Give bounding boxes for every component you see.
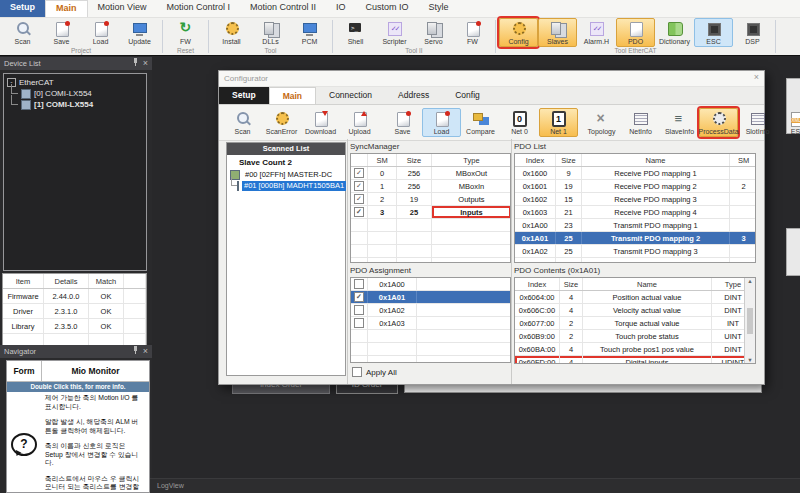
form-tab[interactable]: Form xyxy=(7,361,42,381)
dialog-save-button[interactable]: Save xyxy=(383,108,422,137)
pdo-assignment-row-5[interactable] xyxy=(351,343,510,356)
checkbox[interactable] xyxy=(354,207,364,217)
checkbox[interactable] xyxy=(354,194,364,204)
ribbon-tab-motion-control-ii[interactable]: Motion Control II xyxy=(240,0,326,17)
pdo-assignment-row-0[interactable]: 0x1A00 xyxy=(351,278,510,291)
dialog-tab-address[interactable]: Address xyxy=(385,87,442,104)
syncmanager-row-6[interactable] xyxy=(351,245,510,258)
ribbon-tab-style[interactable]: Style xyxy=(418,0,458,17)
syncmanager-row-5[interactable] xyxy=(351,232,510,245)
pdo-assignment-row-4[interactable] xyxy=(351,330,510,343)
pdo-list-row-2[interactable]: 0x160215Receive PDO mapping 3 xyxy=(515,193,755,206)
syncmanager-row-1[interactable]: 1256MBoxIn xyxy=(351,180,510,193)
dialog-scan-button[interactable]: Scan xyxy=(223,108,262,137)
ribbon-tab-motion-control-i[interactable]: Motion Control I xyxy=(156,0,240,17)
pin-icon[interactable] xyxy=(132,57,139,67)
ribbon-slaves-button[interactable]: Slaves xyxy=(538,18,577,47)
dialog-tab-main[interactable]: Main xyxy=(269,87,316,104)
ribbon-dsp-button[interactable]: DSP xyxy=(733,18,772,47)
dialog-slotinfo-button[interactable]: SlotInfo xyxy=(738,108,777,137)
syncmanager-row-4[interactable] xyxy=(351,219,510,232)
pdo-contents-row-2[interactable]: 0x6077:002Torque actual valueINT xyxy=(515,317,755,330)
dialog-close-icon[interactable]: × xyxy=(754,71,759,86)
pdo-contents-row-4[interactable]: 0x60BA:004Touch probe pos1 pos valueDINT xyxy=(515,343,755,356)
pdo-assignment-row-1[interactable]: 0x1A01 xyxy=(351,291,510,304)
dialog-upload-button[interactable]: Upload xyxy=(340,108,379,137)
close-icon[interactable]: × xyxy=(143,345,148,358)
scroll-up-icon[interactable]: ▲ xyxy=(747,278,752,284)
dialog-tab-config[interactable]: Config xyxy=(442,87,493,104)
pdo-list-row-4[interactable]: 0x1A0023Transmit PDO mapping 1 xyxy=(515,219,755,232)
checkbox[interactable] xyxy=(354,181,364,191)
checkbox[interactable] xyxy=(354,279,364,289)
checkbox[interactable] xyxy=(354,305,364,315)
splitter[interactable] xyxy=(511,139,512,384)
ribbon-scan-button[interactable]: Scan xyxy=(3,18,42,47)
ribbon-tab-setup[interactable]: Setup xyxy=(0,0,45,17)
dialog-tab-connection[interactable]: Connection xyxy=(316,87,385,104)
dialog-tab-setup[interactable]: Setup xyxy=(219,87,269,104)
syncmanager-row-2[interactable]: 219Outputs xyxy=(351,193,510,206)
splitter[interactable] xyxy=(347,139,348,384)
dialog-compare-button[interactable]: Compare xyxy=(461,108,500,137)
ribbon-dlls-button[interactable]: DLLs xyxy=(251,18,290,47)
pin-icon[interactable] xyxy=(132,345,139,355)
dialog-processdata-button[interactable]: ProcessData xyxy=(699,108,738,137)
checkbox[interactable] xyxy=(354,292,364,302)
checkbox[interactable] xyxy=(354,168,364,178)
syncmanager-row-7[interactable] xyxy=(351,258,510,263)
ribbon-tab-io[interactable]: IO xyxy=(326,0,356,17)
pdo-list-row-0[interactable]: 0x16009Receive PDO mapping 1 xyxy=(515,167,755,180)
pdo-contents-row-3[interactable]: 0x60B9:002Touch probe statusUINT xyxy=(515,330,755,343)
device-tree-item-1[interactable]: [1] COMI-LX554 xyxy=(4,99,146,110)
version-row-2[interactable]: Library2.3.5.0OK xyxy=(3,319,146,334)
close-icon[interactable]: × xyxy=(143,57,148,70)
scrollbar-thumb[interactable] xyxy=(747,308,753,334)
checkbox[interactable] xyxy=(354,318,364,328)
dialog-scanerror-button[interactable]: ScanError xyxy=(262,108,301,137)
ribbon-tab-custom-io[interactable]: Custom IO xyxy=(355,0,418,17)
scroll-down-icon[interactable]: ▼ xyxy=(747,357,752,363)
version-row-1[interactable]: Driver2.3.1.0OK xyxy=(3,304,146,319)
logview-label[interactable]: LogView xyxy=(157,482,184,489)
pdo-assignment-row-6[interactable] xyxy=(351,356,510,363)
navigator-banner[interactable]: Double Click this, for more info. xyxy=(7,382,149,392)
pdo-contents-row-0[interactable]: 0x6064:004Position actual valueDINT xyxy=(515,291,755,304)
pdo-contents-row-5[interactable]: 0x60FD:004Digital inputsUDINT xyxy=(515,356,755,364)
ribbon-install-button[interactable]: Install xyxy=(212,18,251,47)
dialog-topology-button[interactable]: Topology xyxy=(582,108,621,137)
ribbon-save-button[interactable]: Save xyxy=(42,18,81,47)
dialog-load-button[interactable]: Load xyxy=(422,108,461,137)
scanned-item-1[interactable]: #01 [000Bh] MADHT1505BA1 xyxy=(227,180,345,191)
device-tree-root[interactable]: - EtherCAT xyxy=(4,74,146,88)
ribbon-update-button[interactable]: Update xyxy=(120,18,159,47)
version-row-0[interactable]: Firmware2.44.0.0OK xyxy=(3,289,146,304)
ribbon-alarm-h-button[interactable]: Alarm.H xyxy=(577,18,616,47)
dialog-download-button[interactable]: Download xyxy=(301,108,340,137)
ribbon-dictionary-button[interactable]: Dictionary xyxy=(655,18,694,47)
pdo-list-row-5[interactable]: 0x1A0125Transmit PDO mapping 23 xyxy=(515,232,755,245)
ribbon-tab-motion-view[interactable]: Motion View xyxy=(88,0,157,17)
ribbon-pdo-button[interactable]: PDO xyxy=(616,18,655,47)
dialog-titlebar[interactable]: Configurator × xyxy=(219,71,764,87)
syncmanager-row-0[interactable]: 0256MBoxOut xyxy=(351,167,510,180)
pdo-list-row-1[interactable]: 0x160119Receive PDO mapping 22 xyxy=(515,180,755,193)
scrollbar[interactable]: ▲ ▼ xyxy=(744,278,755,363)
pdo-assignment-row-2[interactable]: 0x1A02 xyxy=(351,304,510,317)
pdo-list-row-7[interactable]: 0x1A0325Transmit PDO mapping 4 xyxy=(515,258,755,263)
pdo-assignment-row-3[interactable]: 0x1A03 xyxy=(351,317,510,330)
device-tree-item-0[interactable]: [0] COMI-LX554 xyxy=(4,88,146,99)
pdo-contents-row-1[interactable]: 0x606C:004Velocity actual valueDINT xyxy=(515,304,755,317)
ribbon-fw-button[interactable]: FW xyxy=(166,18,205,47)
ribbon-tab-main[interactable]: Main xyxy=(45,0,88,17)
syncmanager-row-3[interactable]: 325Inputs xyxy=(351,206,510,219)
dialog-net-0-button[interactable]: Net 0 xyxy=(500,108,539,137)
ribbon-config-button[interactable]: Config xyxy=(499,18,538,47)
pdo-list-row-3[interactable]: 0x160321Receive PDO mapping 4 xyxy=(515,206,755,219)
ribbon-shell-button[interactable]: Shell xyxy=(336,18,375,47)
dialog-esi-button[interactable]: ESI xyxy=(777,108,800,137)
ribbon-servo-button[interactable]: Servo xyxy=(414,18,453,47)
ribbon-fw-button[interactable]: FW xyxy=(453,18,492,47)
pdo-list-row-6[interactable]: 0x1A0225Transmit PDO mapping 3 xyxy=(515,245,755,258)
ribbon-scripter-button[interactable]: Scripter xyxy=(375,18,414,47)
